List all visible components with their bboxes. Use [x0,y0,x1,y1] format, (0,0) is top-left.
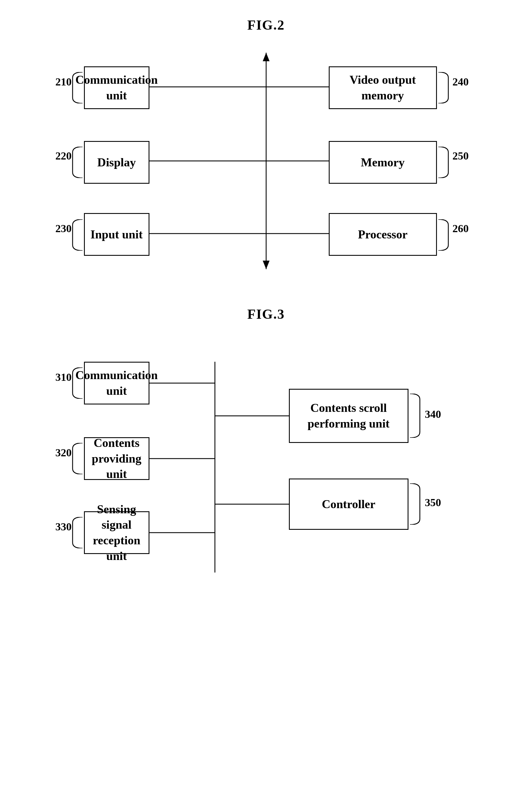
box-controller: Controller [289,478,408,530]
fig3-diagram: 310 Communication unit 320 Contents prov… [39,339,494,595]
label-230: 230 [56,222,72,235]
svg-marker-2 [263,261,270,269]
box-input-unit: Input unit [84,213,150,256]
fig2-diagram: 210 Communication unit 220 Display 230 [39,50,494,272]
label-320: 320 [56,446,72,459]
box-fig3-communication-unit: Communication unit [84,362,150,404]
box-video-output-memory: Video output memory [329,66,437,109]
label-220: 220 [56,150,72,162]
label-340: 340 [425,408,441,420]
label-350: 350 [425,496,441,509]
box-sensing-signal-reception-unit: Sensing signal reception unit [84,511,150,554]
label-210: 210 [56,76,72,88]
label-310: 310 [56,371,72,383]
svg-marker-1 [263,53,270,61]
fig2-title: FIG.2 [23,17,509,33]
label-260: 260 [452,222,469,235]
box-contents-providing-unit: Contents providing unit [84,437,150,480]
label-240: 240 [452,76,469,88]
label-330: 330 [56,520,72,533]
box-contents-scroll-performing-unit: Contents scroll performing unit [289,389,408,443]
box-processor: Processor [329,213,437,256]
label-250: 250 [452,150,469,162]
box-display: Display [84,141,150,184]
box-communication-unit: Communication unit [84,66,150,109]
fig3-title: FIG.3 [23,306,509,322]
box-memory: Memory [329,141,437,184]
